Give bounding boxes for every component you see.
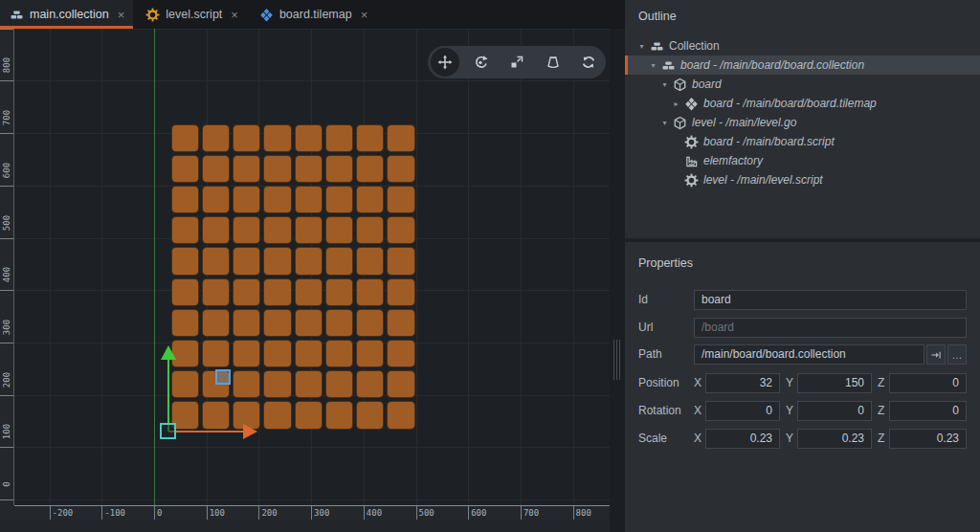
- refresh-icon: [581, 55, 596, 70]
- path-field[interactable]: /main/board/board.collection: [694, 344, 924, 365]
- ruler-tick: [101, 506, 102, 520]
- tile: [171, 186, 199, 213]
- tile: [171, 124, 199, 152]
- ruler-label: 500: [419, 508, 434, 518]
- ruler-tick: [0, 499, 13, 500]
- scale-z-field[interactable]: 0.23: [889, 429, 967, 449]
- outline-item-elemfactory[interactable]: elemfactory: [625, 151, 980, 170]
- tile: [233, 124, 260, 152]
- gridline-horizontal: [14, 80, 610, 81]
- tab-level-script[interactable]: level.script ×: [136, 0, 247, 29]
- ruler-tick: [258, 506, 259, 520]
- ruler-label: 0: [0, 470, 13, 499]
- scale-tool-button[interactable]: [502, 48, 531, 77]
- outline-item-label: board - /main/board.script: [703, 135, 835, 148]
- outline-item-level[interactable]: ▾level - /main/level.go: [625, 113, 980, 132]
- move-gizmo-y-axis[interactable]: [167, 359, 169, 432]
- url-field[interactable]: /board: [694, 318, 967, 338]
- tile: [325, 370, 353, 398]
- tab-main-collection[interactable]: main.collection ×: [0, 0, 133, 29]
- tile: [233, 155, 260, 183]
- tile: [171, 216, 199, 244]
- close-icon[interactable]: ×: [118, 9, 125, 21]
- scale-y-field[interactable]: 0.23: [797, 429, 872, 449]
- move-gizmo-y-arrowhead[interactable]: [161, 345, 176, 360]
- axis-label-z: Z: [878, 404, 884, 417]
- rotation-y-field[interactable]: 0: [797, 401, 872, 421]
- tile: [171, 370, 199, 398]
- move-gizmo-x-axis[interactable]: [168, 431, 243, 432]
- expander-closed-icon[interactable]: ▸: [671, 100, 681, 108]
- expander-open-icon[interactable]: ▾: [659, 80, 670, 89]
- tile: [171, 278, 199, 306]
- open-resource-button[interactable]: [926, 344, 946, 365]
- expander-open-icon[interactable]: ▾: [636, 42, 647, 51]
- scene-viewport[interactable]: [14, 29, 610, 505]
- ruler-tick: [0, 238, 13, 239]
- position-y-field[interactable]: 150: [797, 373, 872, 393]
- world-y-axis-line: [154, 29, 155, 505]
- tile: [233, 370, 260, 398]
- outline-item-label: elemfactory: [703, 154, 763, 167]
- refresh-tool-button[interactable]: [574, 48, 603, 77]
- ruler-label: 600: [0, 156, 13, 185]
- move-tool-button[interactable]: [431, 48, 459, 77]
- outline-item-Collection[interactable]: ▾Collection: [625, 36, 980, 55]
- ruler-label: 0: [157, 508, 162, 518]
- tile: [263, 216, 291, 244]
- move-gizmo-x-arrowhead[interactable]: [243, 424, 257, 439]
- rotation-z-field[interactable]: 0: [889, 401, 967, 421]
- tile: [356, 370, 384, 398]
- outline-item-board[interactable]: ▾board: [625, 75, 980, 94]
- panel-splitter[interactable]: [610, 29, 625, 532]
- tile: [356, 247, 384, 275]
- tile: [295, 155, 323, 183]
- tile: [202, 216, 230, 244]
- tile: [233, 186, 260, 213]
- tile: [295, 401, 323, 429]
- ruler-tick: [0, 343, 13, 344]
- expander-open-icon[interactable]: ▾: [648, 61, 658, 70]
- outline-item-level[interactable]: level - /main/level.script: [625, 170, 980, 189]
- position-z-field[interactable]: 0: [889, 373, 967, 393]
- position-x-field[interactable]: 32: [705, 373, 780, 393]
- tab-board-tilemap[interactable]: board.tilemap ×: [250, 0, 376, 29]
- tile: [356, 155, 384, 183]
- tile: [295, 278, 323, 306]
- tile: [356, 124, 384, 152]
- collection-icon: [10, 8, 24, 22]
- outline-item-board[interactable]: board - /main/board.script: [625, 132, 980, 151]
- tile: [233, 278, 260, 306]
- tile: [233, 216, 260, 244]
- rotation-x-field[interactable]: 0: [705, 401, 780, 421]
- ruler-label: 200: [0, 366, 13, 394]
- scale-x-field[interactable]: 0.23: [705, 429, 780, 449]
- scene-view: 0100200300400500600700800900 -200-100010…: [0, 29, 610, 532]
- ruler-tick: [207, 506, 208, 520]
- axis-label-x: X: [694, 376, 702, 389]
- outline-item-label: board - /main/board/board.tilemap: [703, 97, 877, 110]
- factory-icon: [684, 154, 699, 168]
- tile: [263, 340, 291, 367]
- close-icon[interactable]: ×: [231, 9, 238, 21]
- axis-label-x: X: [694, 432, 702, 445]
- close-icon[interactable]: ×: [361, 9, 368, 21]
- ruler-tick: [0, 29, 13, 30]
- tilemap-board[interactable]: [169, 122, 416, 431]
- outline-item-board[interactable]: ▾board - /main/board/board.collection: [625, 55, 980, 75]
- ruler-label: 300: [314, 508, 329, 518]
- frustum-tool-button[interactable]: [539, 48, 568, 77]
- outline-item-label: board - /main/board/board.collection: [680, 58, 864, 72]
- tile: [387, 155, 414, 183]
- splitter-grip-icon[interactable]: [613, 340, 621, 380]
- ruler-label: 300: [0, 313, 13, 342]
- tile: [325, 186, 353, 213]
- expander-open-icon[interactable]: ▾: [659, 119, 670, 127]
- browse-button[interactable]: …: [947, 344, 967, 365]
- rotate-tool-button[interactable]: [467, 48, 496, 77]
- script-icon: [684, 135, 699, 149]
- outline-item-board[interactable]: ▸board - /main/board/board.tilemap: [625, 94, 980, 113]
- tile: [171, 155, 199, 183]
- id-field[interactable]: board: [694, 290, 967, 310]
- selection-origin-handle[interactable]: [160, 423, 176, 439]
